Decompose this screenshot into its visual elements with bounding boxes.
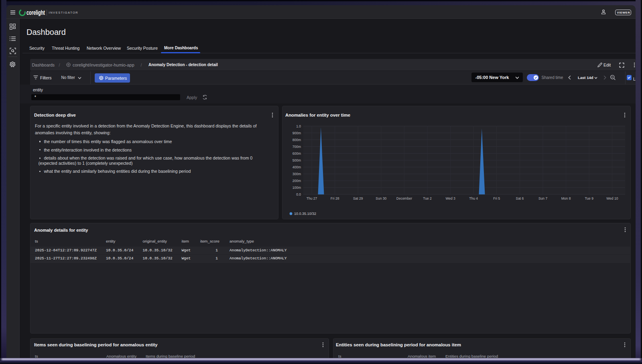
- svg-text:10.0.35.10/32: 10.0.35.10/32: [294, 212, 316, 216]
- svg-text:December: December: [396, 196, 412, 200]
- svg-text:Fri 28: Fri 28: [331, 196, 339, 200]
- svg-text:Sat 6: Sat 6: [516, 196, 524, 200]
- svg-text:Wed 3: Wed 3: [445, 196, 455, 200]
- svg-text:300m: 300m: [293, 172, 301, 176]
- svg-text:1.0: 1.0: [296, 124, 301, 128]
- svg-text:Tue 9: Tue 9: [585, 196, 593, 200]
- svg-text:Mon 8: Mon 8: [561, 196, 571, 200]
- svg-text:800m: 800m: [293, 138, 301, 142]
- svg-text:Sat 29: Sat 29: [353, 196, 363, 200]
- svg-text:700m: 700m: [293, 145, 301, 149]
- svg-text:Sun 30: Sun 30: [376, 196, 386, 200]
- svg-text:500m: 500m: [293, 158, 301, 162]
- svg-text:200m: 200m: [293, 179, 301, 183]
- svg-text:100m: 100m: [293, 186, 301, 190]
- svg-text:600m: 600m: [293, 152, 301, 156]
- svg-text:Tue 2: Tue 2: [423, 196, 432, 200]
- svg-text:Thu 27: Thu 27: [307, 196, 317, 200]
- svg-text:0.0: 0.0: [296, 192, 301, 196]
- svg-text:Wed 10: Wed 10: [606, 196, 618, 200]
- svg-text:400m: 400m: [293, 165, 301, 169]
- svg-text:Fri 5: Fri 5: [493, 196, 500, 200]
- svg-text:Thu 4: Thu 4: [469, 196, 478, 200]
- svg-text:900m: 900m: [293, 131, 301, 135]
- svg-text:Sun 7: Sun 7: [538, 196, 547, 200]
